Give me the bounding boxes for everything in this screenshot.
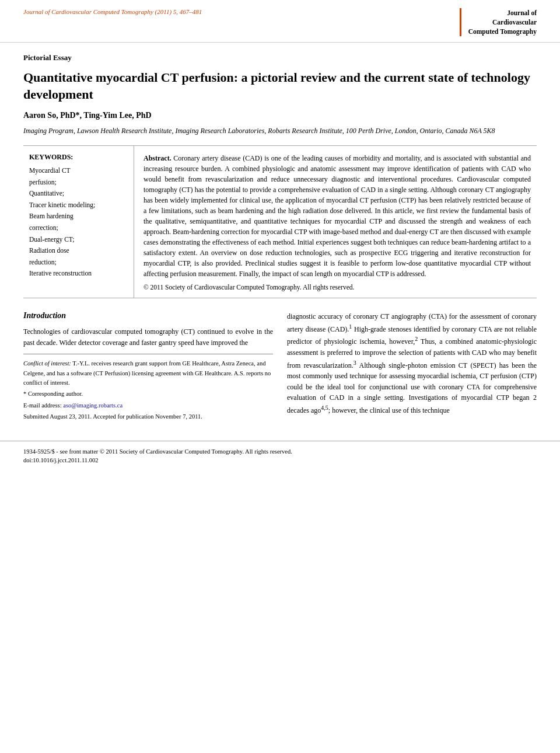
- journal-logo: Journal of Cardiovascular Computed Tomog…: [460, 8, 537, 36]
- page-header: Journal of Cardiovascular Computed Tomog…: [0, 0, 560, 43]
- intro-heading: Introduction: [23, 311, 273, 320]
- body-left-column: Introduction Technologies of cardiovascu…: [23, 311, 273, 423]
- page-footer: 1934-5925/$ - see front matter © 2011 So…: [0, 441, 560, 468]
- keyword-5: Dual-energy CT;: [29, 234, 125, 246]
- journal-citation: Journal of Cardiovascular Computed Tomog…: [23, 8, 202, 15]
- footnote-dates: Submitted August 23, 2011. Accepted for …: [23, 412, 273, 421]
- logo-line1: Journal of Cardiovascular Computed Tomog…: [468, 8, 537, 36]
- footnote-email: E-mail address: aso@imaging.robarts.ca: [23, 401, 273, 410]
- email-link[interactable]: aso@imaging.robarts.ca: [63, 402, 123, 409]
- footnote-corresponding: * Corresponding author.: [23, 389, 273, 399]
- abstract-label: Abstract.: [144, 154, 172, 162]
- keyword-6: Radiation dosereduction;: [29, 245, 125, 268]
- keywords-column: KEYWORDS: Myocardial CTperfusion; Quanti…: [23, 146, 134, 298]
- keywords-list: Myocardial CTperfusion; Quantitative; Tr…: [29, 165, 125, 279]
- body-right-column: diagnostic accuracy of coronary CT angio…: [287, 311, 537, 423]
- page: Journal of Cardiovascular Computed Tomog…: [0, 0, 560, 753]
- keywords-abstract-section: KEYWORDS: Myocardial CTperfusion; Quanti…: [23, 145, 537, 298]
- authors: Aaron So, PhD*, Ting-Yim Lee, PhD: [23, 111, 537, 120]
- article-title: Quantitative myocardial CT perfusion: a …: [23, 69, 537, 103]
- abstract-column: Abstract. Coronary artery disease (CAD) …: [134, 146, 537, 298]
- keyword-4: Beam hardeningcorrection;: [29, 211, 125, 233]
- keyword-7: Iterative reconstruction: [29, 268, 125, 280]
- keyword-3: Tracer kinetic modeling;: [29, 200, 125, 211]
- article-type: Pictorial Essay: [23, 53, 537, 62]
- keywords-label: KEYWORDS:: [29, 153, 125, 162]
- body-section: Introduction Technologies of cardiovascu…: [23, 311, 537, 423]
- main-content: Pictorial Essay Quantitative myocardial …: [0, 43, 560, 435]
- intro-paragraph-1: Technologies of cardiovascular computed …: [23, 326, 273, 348]
- keyword-1: Myocardial CTperfusion;: [29, 165, 125, 188]
- footnote-conflict: Conflict of interest: T.-Y.L. receives r…: [23, 359, 273, 388]
- intro-paragraph-right: diagnostic accuracy of coronary CT angio…: [287, 311, 537, 416]
- footer-issn: 1934-5925/$ - see front matter © 2011 So…: [23, 447, 537, 457]
- abstract-body: Coronary artery disease (CAD) is one of …: [144, 154, 531, 278]
- footnote-area: Conflict of interest: T.-Y.L. receives r…: [23, 354, 273, 421]
- abstract-text: Abstract. Coronary artery disease (CAD) …: [144, 153, 531, 279]
- keyword-2: Quantitative;: [29, 188, 125, 200]
- footer-doi: doi:10.1016/j.jcct.2011.11.002: [23, 457, 537, 463]
- abstract-copyright: © 2011 Society of Cardiovascular Compute…: [144, 284, 531, 291]
- affiliation: Imaging Program, Lawson Health Research …: [23, 126, 537, 136]
